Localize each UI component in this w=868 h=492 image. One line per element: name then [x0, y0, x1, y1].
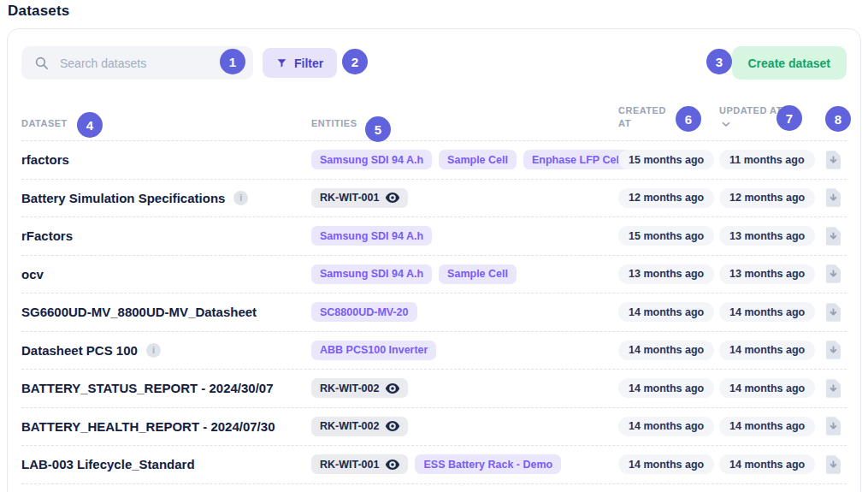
entity-chip[interactable]: Sample Cell	[439, 264, 517, 284]
updated-at-cell: 14 months ago	[719, 302, 820, 322]
created-at-badge: 14 months ago	[618, 378, 714, 398]
entity-chip[interactable]: Samsung SDI 94 A.h	[311, 264, 432, 284]
entity-chip[interactable]: RK-WIT-001	[311, 454, 408, 474]
file-download-icon	[826, 379, 841, 398]
entity-chip-label: ABB PCS100 Inverter	[320, 344, 428, 356]
actions-cell	[820, 225, 847, 247]
updated-at-cell: 11 months ago	[719, 150, 820, 169]
annotation-badge-5: 5	[365, 116, 391, 142]
entities-cell: RK-WIT-001	[311, 188, 618, 208]
dataset-name: BATTERY_HEALTH_REPORT - 2024/07/30	[21, 419, 275, 434]
entity-chip[interactable]: Enphase LFP Cell	[523, 150, 630, 169]
created-at-badge: 15 months ago	[618, 226, 714, 246]
table-row[interactable]: rFactors Samsung SDI 94 A.h 15 months ag…	[21, 217, 847, 256]
info-icon[interactable]: i	[146, 343, 161, 358]
entity-chip[interactable]: RK-WIT-002	[311, 417, 408, 436]
entity-chip[interactable]: RK-WIT-001	[311, 188, 408, 208]
actions-cell	[820, 377, 847, 400]
download-button[interactable]	[824, 149, 842, 171]
download-button[interactable]	[824, 339, 842, 361]
dataset-name-cell: Battery Simulation Specifications i	[21, 191, 311, 205]
annotation-badge-3: 3	[706, 49, 732, 74]
entity-chip[interactable]: RK-WIT-002	[311, 378, 408, 398]
eye-icon[interactable]	[386, 421, 399, 431]
created-at-cell: 14 months ago	[618, 302, 719, 322]
column-header-created-at: CREATED AT	[618, 104, 671, 130]
info-icon[interactable]: i	[233, 191, 248, 205]
eye-icon[interactable]	[386, 383, 399, 394]
entities-cell: Samsung SDI 94 A.hSample CellEnphase LFP…	[311, 150, 618, 169]
datasets-panel: Filter Create dataset DATASET ENTITIES C…	[7, 28, 861, 492]
download-button[interactable]	[824, 225, 842, 247]
entities-cell: RK-WIT-002	[311, 378, 618, 398]
dataset-name-cell: rFactors	[21, 228, 311, 243]
annotation-badge-4: 4	[77, 112, 103, 138]
file-download-icon	[826, 227, 841, 246]
table-row[interactable]: rfactors Samsung SDI 94 A.hSample CellEn…	[21, 141, 847, 180]
file-download-icon	[826, 341, 841, 359]
updated-at-cell: 14 months ago	[719, 417, 820, 436]
created-at-cell: 14 months ago	[618, 454, 719, 474]
column-header-updated-at[interactable]: UPDATED AT	[719, 104, 784, 130]
file-download-icon	[826, 151, 841, 169]
updated-at-cell: 12 months ago	[719, 188, 820, 208]
entity-chip[interactable]: ABB PCS100 Inverter	[311, 341, 436, 360]
search-box[interactable]	[21, 46, 253, 80]
created-at-badge: 14 months ago	[618, 454, 714, 474]
entity-chip[interactable]: Samsung SDI 94 A.h	[311, 150, 432, 169]
entity-chip-label: Samsung SDI 94 A.h	[320, 268, 423, 280]
dataset-name: Battery Simulation Specifications	[21, 191, 225, 205]
created-at-cell: 14 months ago	[618, 341, 719, 360]
entity-chip-label: RK-WIT-001	[320, 459, 379, 471]
table-row[interactable]: Datasheet PCS 100 i ABB PCS100 Inverter …	[21, 332, 847, 370]
download-button[interactable]	[824, 187, 842, 209]
dataset-name: SG6600UD-MV_8800UD-MV_Datasheet	[21, 305, 257, 319]
download-button[interactable]	[824, 453, 842, 476]
annotation-badge-8: 8	[825, 106, 851, 132]
updated-at-cell: 13 months ago	[719, 226, 820, 246]
updated-at-badge: 12 months ago	[719, 188, 815, 208]
table-row[interactable]: LAB-003 Lifecycle_Standard RK-WIT-001ESS…	[21, 446, 847, 484]
entity-chip[interactable]: Sample Cell	[439, 150, 517, 169]
dataset-name-cell: BATTERY_STATUS_REPORT - 2024/30/07	[21, 381, 311, 395]
actions-cell	[820, 339, 847, 361]
entity-chip[interactable]: SC8800UD-MV-20	[311, 302, 417, 322]
create-dataset-button[interactable]: Create dataset	[732, 46, 847, 80]
annotation-badge-2: 2	[342, 49, 368, 74]
entities-cell: RK-WIT-002	[311, 417, 618, 436]
dataset-name: Datasheet PCS 100	[21, 343, 138, 358]
entity-chip[interactable]: ESS Battery Rack - Demo	[415, 454, 561, 474]
created-at-cell: 15 months ago	[618, 226, 719, 246]
page-title: Datasets	[8, 3, 69, 20]
created-at-cell: 12 months ago	[618, 188, 719, 208]
entity-chip[interactable]: Samsung SDI 94 A.h	[311, 226, 432, 246]
created-at-badge: 12 months ago	[618, 188, 714, 208]
actions-cell	[820, 149, 847, 171]
entities-cell: ABB PCS100 Inverter	[311, 341, 618, 360]
table-row[interactable]: BATTERY_STATUS_REPORT - 2024/30/07 RK-WI…	[21, 370, 847, 408]
eye-icon[interactable]	[386, 459, 399, 470]
entity-chip-label: SC8800UD-MV-20	[320, 306, 409, 318]
actions-cell	[820, 415, 847, 437]
search-input[interactable]	[60, 56, 240, 70]
entity-chip-label: Samsung SDI 94 A.h	[320, 154, 423, 166]
table-row[interactable]: BATTERY_HEALTH_REPORT - 2024/07/30 RK-WI…	[21, 408, 847, 447]
table-row[interactable]: ocv Samsung SDI 94 A.hSample Cell 13 mon…	[21, 256, 847, 294]
download-button[interactable]	[824, 263, 842, 285]
updated-at-cell: 14 months ago	[719, 341, 820, 360]
table-row[interactable]: SG6600UD-MV_8800UD-MV_Datasheet SC8800UD…	[21, 293, 847, 332]
updated-at-cell: 14 months ago	[719, 454, 820, 474]
updated-at-badge: 14 months ago	[719, 417, 815, 436]
entity-chip-label: Samsung SDI 94 A.h	[320, 230, 423, 242]
download-button[interactable]	[824, 415, 842, 437]
entities-cell: SC8800UD-MV-20	[311, 302, 618, 322]
download-button[interactable]	[824, 377, 842, 400]
download-button[interactable]	[824, 301, 842, 323]
filter-button[interactable]: Filter	[263, 48, 337, 78]
table-row[interactable]: Battery Simulation Specifications i RK-W…	[21, 180, 847, 218]
eye-icon[interactable]	[386, 193, 399, 203]
entity-chip-label: RK-WIT-002	[320, 420, 379, 432]
entity-chip-label: Sample Cell	[447, 268, 508, 280]
actions-cell	[820, 187, 847, 209]
column-header-entities: ENTITIES	[311, 117, 618, 130]
